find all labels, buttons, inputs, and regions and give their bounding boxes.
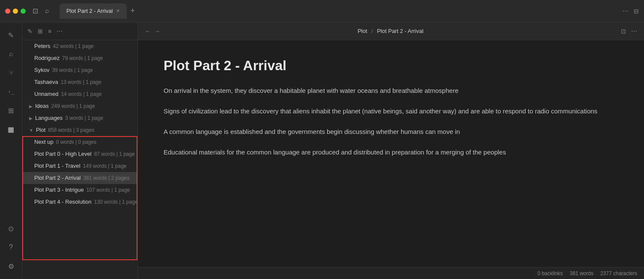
tab-plot-part-2[interactable]: Plot Part 2 - Arrival ✕ [60,3,127,19]
word-count: 381 words [570,270,593,276]
tree-item-unnamed[interactable]: Unnamed 14 words | 1 page [22,88,137,100]
sidebar-icon-help[interactable]: ? [3,240,19,255]
chevron-down-icon: ▼ [29,127,33,134]
sidebar-icon-new-note[interactable]: ✎ [3,27,19,43]
character-count: 2377 characters [600,270,637,276]
minimize-button[interactable] [13,9,18,14]
editor-paragraph-3[interactable]: A common language is established and the… [164,127,618,137]
close-button[interactable] [5,9,10,14]
tree-item-tashaeva[interactable]: Tashaeva 13 words | 1 page [22,76,137,88]
title-bar: ⊡ ⌕ Plot Part 2 - Arrival ✕ + ⋯ ⊟ [0,0,644,22]
window-controls-icon: ⋯ [623,8,629,15]
sidebar-icon-table[interactable]: ▦ [3,122,19,137]
file-tree-edit-icon[interactable]: ✎ [27,28,33,35]
sidebar-icon-bar: ✎ ⌕ ⑂ ›_ ⊞ ▦ ⊙ ? ⚙ [0,22,22,279]
file-tree-folder-icon[interactable]: ⊞ [38,28,43,35]
tree-item-plot[interactable]: ▼ Plot 858 words | 3 pages [22,124,137,136]
sidebar-icon-settings[interactable]: ⚙ [3,258,19,274]
backlinks-count: 0 backlinks [537,270,563,276]
content-area: ← → Plot / Plot Part 2 - Arrival ⊡ ⋯ Plo… [138,22,644,279]
tree-item-languages[interactable]: ▶ Languages 3 words | 1 page [22,112,137,124]
file-tree-sort-icon[interactable]: ≡ [48,28,51,35]
tree-item-plot-1[interactable]: Plot Part 1 - Travel 149 words | 1 page [22,160,137,172]
chevron-right-icon-2: ▶ [29,115,33,122]
editor-paragraph-2[interactable]: Signs of civilization lead to the discov… [164,106,618,116]
tree-item-peters[interactable]: Peters 42 words | 1 page [22,40,137,52]
tree-item-plot-4[interactable]: Plot Part 4 - Resolution 130 words | 1 p… [22,196,137,208]
window-tile-icon[interactable]: ⊟ [634,8,639,15]
new-tab-button[interactable]: + [130,6,135,15]
breadcrumb-current: Plot Part 2 - Arrival [377,28,423,34]
sidebar-icon-search[interactable]: ⌕ [3,46,19,62]
nav-bar: ← → Plot / Plot Part 2 - Arrival ⊡ ⋯ [138,22,644,40]
tree-item-plot-0[interactable]: Plot Part 0 - High Level 87 words | 1 pa… [22,148,137,160]
titlebar-right: ⋯ ⊟ [623,8,639,15]
editor: Plot Part 2 - Arrival On arrival in the … [138,40,644,185]
tab-close-icon[interactable]: ✕ [116,8,120,14]
tab-label: Plot Part 2 - Arrival [66,8,113,14]
main-content: ✎ ⌕ ⑂ ›_ ⊞ ▦ ⊙ ? ⚙ ✎ ⊞ ≡ ⋯ Peters 42 wor… [0,22,644,279]
breadcrumb-root[interactable]: Plot [358,28,367,34]
editor-title[interactable]: Plot Part 2 - Arrival [164,57,618,74]
sidebar-toggle-icon[interactable]: ⊡ [33,7,38,15]
tree-item-next-up[interactable]: Next up 0 words | 0 pages [22,136,137,148]
reader-view-icon[interactable]: ⊡ [621,28,626,35]
editor-scroll-area[interactable]: Plot Part 2 - Arrival On arrival in the … [138,40,644,267]
search-titlebar-icon[interactable]: ⌕ [45,7,49,15]
nav-right-icons: ⊡ ⋯ [621,28,637,35]
tree-item-sykov[interactable]: Sykov 39 words | 1 page [22,64,137,76]
file-tree-collapse-icon[interactable]: ⋯ [57,28,63,35]
tree-item-plot-3[interactable]: Plot Part 3 - Intrigue 107 words | 1 pag… [22,184,137,196]
status-bar: 0 backlinks 381 words 2377 characters [138,267,644,279]
nav-arrows: ← → [145,28,160,35]
chevron-right-icon: ▶ [29,103,33,110]
more-options-icon[interactable]: ⋯ [631,28,637,35]
tree-item-plot-2[interactable]: Plot Part 2 - Arrival 381 words | 2 page… [22,172,137,184]
traffic-lights [5,9,26,14]
tab-area: Plot Part 2 - Arrival ✕ + [60,3,619,19]
tree-item-ideas[interactable]: ▶ Ideas 249 words | 1 page [22,100,137,112]
back-arrow[interactable]: ← [145,28,151,35]
titlebar-icons: ⊡ ⌕ [33,7,49,15]
sidebar-icon-location[interactable]: ⊙ [3,221,19,236]
forward-arrow[interactable]: → [154,28,160,35]
file-tree-header: ✎ ⊞ ≡ ⋯ [22,22,137,40]
editor-paragraph-4[interactable]: Educational materials for the common lan… [164,147,618,157]
maximize-button[interactable] [21,9,26,14]
tree-item-rodriguez[interactable]: Rodriguez 79 words | 1 page [22,52,137,64]
sidebar-icon-fork[interactable]: ⑂ [3,65,19,80]
breadcrumb-separator: / [371,28,373,34]
editor-paragraph-1[interactable]: On arrival in the system, they discover … [164,86,618,96]
breadcrumb: Plot / Plot Part 2 - Arrival [165,28,616,34]
sidebar-icon-terminal[interactable]: ›_ [3,84,19,99]
sidebar-icon-grid[interactable]: ⊞ [3,103,19,118]
file-tree: ✎ ⊞ ≡ ⋯ Peters 42 words | 1 page Rodrigu… [22,22,138,279]
